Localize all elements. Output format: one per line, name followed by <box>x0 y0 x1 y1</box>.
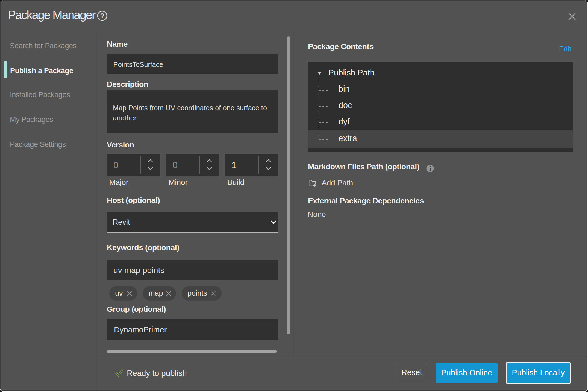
svg-text:?: ? <box>100 12 105 20</box>
